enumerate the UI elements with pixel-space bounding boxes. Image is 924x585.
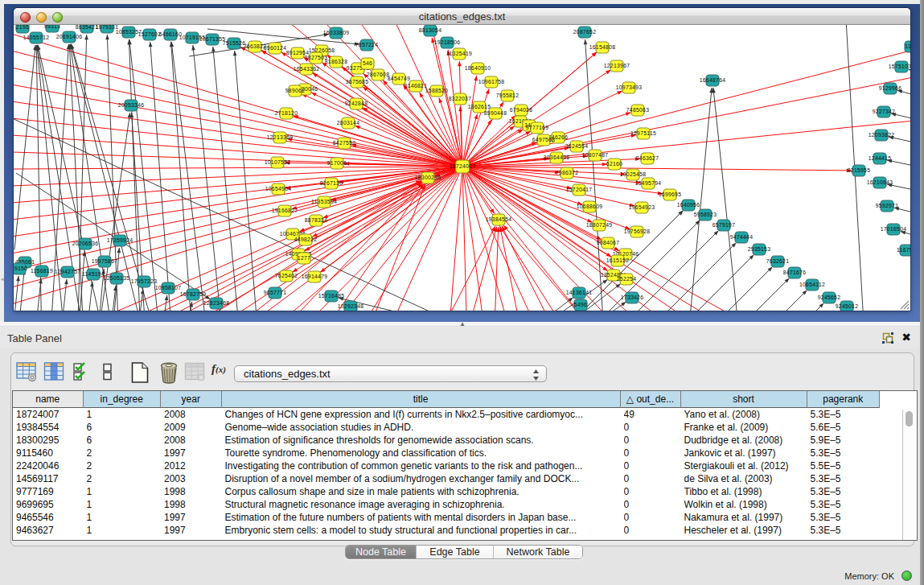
column-header-out_de[interactable]: △ out_de... <box>621 391 681 408</box>
divider-handle-icon[interactable]: ▲ <box>457 322 468 327</box>
tab-edge-table[interactable]: Edge Table <box>416 546 493 558</box>
svg-text:1588520: 1588520 <box>425 88 449 93</box>
table-row[interactable]: 977716911998Corpus callosum shape and si… <box>13 485 902 498</box>
svg-text:1640956: 1640956 <box>677 202 700 208</box>
table-row[interactable]: 1872400712008Changes of HCN gene express… <box>13 408 902 421</box>
delete-column-icon[interactable] <box>158 361 180 384</box>
cell: 0 <box>624 421 680 434</box>
tab-network-table[interactable]: Network Table <box>493 546 582 558</box>
svg-text:15495794: 15495794 <box>635 180 662 186</box>
cell: Franke et al. (2009) <box>684 421 807 434</box>
svg-text:10292348: 10292348 <box>338 303 364 309</box>
svg-text:9146821: 9146821 <box>405 83 428 89</box>
svg-text:20206536: 20206536 <box>72 241 99 246</box>
svg-text:10654112: 10654112 <box>799 282 825 287</box>
cell: 6 <box>87 421 161 434</box>
panel-collapse-arrow-icon[interactable]: ◂ <box>1 275 4 282</box>
cell: 0 <box>624 511 680 524</box>
cell: Embryonic stem cells: a model to study s… <box>225 524 620 537</box>
cell: 22420046 <box>16 459 83 472</box>
scrollbar-thumb[interactable] <box>906 411 913 426</box>
rows-icon[interactable] <box>102 361 113 382</box>
svg-text:19166827: 19166827 <box>272 208 298 213</box>
svg-text:9227342: 9227342 <box>873 109 896 114</box>
resize-grip-icon[interactable] <box>898 299 910 310</box>
svg-text:10958107: 10958107 <box>155 285 182 290</box>
new-column-icon[interactable] <box>129 361 150 384</box>
cell: 0 <box>624 524 680 537</box>
cell: 5.3E–5 <box>811 511 880 524</box>
svg-text:9084067: 9084067 <box>597 240 620 245</box>
svg-text:6579197: 6579197 <box>713 222 736 228</box>
cell: 1 <box>87 498 161 511</box>
svg-text:1362615: 1362615 <box>468 104 491 109</box>
svg-text:9657771: 9657771 <box>264 290 287 295</box>
svg-text:8454749: 8454749 <box>388 76 411 81</box>
window-titlebar[interactable]: citations_edges.txt <box>14 8 910 25</box>
svg-text:8186328: 8186328 <box>325 59 348 64</box>
float-panel-button[interactable] <box>881 332 894 344</box>
column-header-year[interactable]: year <box>161 391 222 408</box>
cell: 0 <box>624 434 680 447</box>
svg-text:19384554: 19384554 <box>486 216 512 222</box>
svg-text:14136141: 14136141 <box>566 290 593 295</box>
network-canvas[interactable]: 1405571220691406863542118793311085325715… <box>14 25 910 311</box>
cytoscape-app: {"window":{"title":"citations_edges.txt"… <box>0 0 924 585</box>
table-row[interactable]: 946362711997Embryonic stem cells: a mode… <box>13 524 902 537</box>
svg-text:16648764: 16648764 <box>700 77 726 83</box>
tab-node-table[interactable]: Node Table <box>346 546 416 558</box>
svg-text:2087652: 2087652 <box>573 29 597 35</box>
svg-text:1527602: 1527602 <box>138 31 162 37</box>
column-header-pagerank[interactable]: pagerank <box>807 391 881 408</box>
table-row[interactable]: 1456911722003Disruption of a novel membe… <box>13 472 902 485</box>
svg-text:8267130: 8267130 <box>320 180 343 186</box>
select-columns-icon[interactable] <box>72 361 92 382</box>
network-table-select[interactable]: citations_edges.txt <box>234 365 547 382</box>
graph-nodes[interactable]: 1405571220691406863542118793311085325715… <box>14 25 910 311</box>
table-header-row: namein_degreeyeartitle△ out_de...shortpa… <box>13 391 902 408</box>
svg-text:2935153: 2935153 <box>748 246 771 252</box>
show-column-icon[interactable] <box>43 361 65 382</box>
svg-text:20364436: 20364436 <box>544 154 570 160</box>
cell: 1997 <box>164 524 221 537</box>
column-header-in_degree[interactable]: in_degree <box>84 391 162 408</box>
cell: 5.9E–5 <box>811 434 880 447</box>
split-pane-divider[interactable]: ▲ <box>0 322 924 327</box>
cell: 2008 <box>164 434 221 447</box>
table-row[interactable]: 2242004622012Investigating the contribut… <box>13 459 902 472</box>
table-row[interactable]: 946554611997Estimation of the future num… <box>13 511 902 524</box>
cell: Disruption of a novel member of a sodium… <box>225 472 620 485</box>
svg-text:8878334: 8878334 <box>305 217 328 223</box>
svg-text:2803144: 2803144 <box>337 120 360 126</box>
svg-text:252254: 252254 <box>617 276 636 282</box>
svg-text:9592971: 9592971 <box>876 203 899 208</box>
table-row[interactable]: 911546021997Tourette syndrome. Phenomeno… <box>13 447 902 459</box>
cell: 5.3E–5 <box>811 408 880 421</box>
memory-status-icon[interactable] <box>901 571 912 581</box>
column-header-name[interactable]: name <box>13 391 84 408</box>
svg-text:1277: 1277 <box>298 255 310 261</box>
table-row[interactable]: 969969511998Structural magnetic resonanc… <box>13 498 902 511</box>
svg-text:4498222: 4498222 <box>294 237 318 242</box>
cell: 5.3E–5 <box>811 498 880 511</box>
network-view-window: citations_edges.txt 14055712206914068635… <box>14 8 910 311</box>
cell: Genome–wide association studies in ADHD. <box>225 421 620 434</box>
table-row[interactable]: 1830029562008Estimation of significance … <box>13 434 902 447</box>
svg-text:20691406: 20691406 <box>56 34 83 39</box>
cell: 2012 <box>164 459 221 472</box>
cell: Hescheler et al. (1997) <box>684 524 807 537</box>
close-panel-button[interactable]: ✖ <box>900 331 913 344</box>
table-options-icon[interactable] <box>16 361 38 382</box>
column-header-short[interactable]: short <box>681 391 807 408</box>
svg-text:8471676: 8471676 <box>783 270 807 275</box>
column-header-title[interactable]: title <box>222 391 621 408</box>
table-row[interactable]: 1938455462009Genome–wide association stu… <box>13 421 902 434</box>
svg-text:14055712: 14055712 <box>23 35 50 40</box>
svg-text:12505135: 12505135 <box>104 275 130 281</box>
table-vertical-scrollbar[interactable] <box>902 410 914 540</box>
function-builder-icon[interactable]: f(x) <box>211 362 236 376</box>
svg-text:17957223: 17957223 <box>131 278 158 284</box>
svg-text:16033809: 16033809 <box>323 30 350 35</box>
cell: 18300295 <box>16 434 83 447</box>
svg-text:989062: 989062 <box>285 88 305 93</box>
